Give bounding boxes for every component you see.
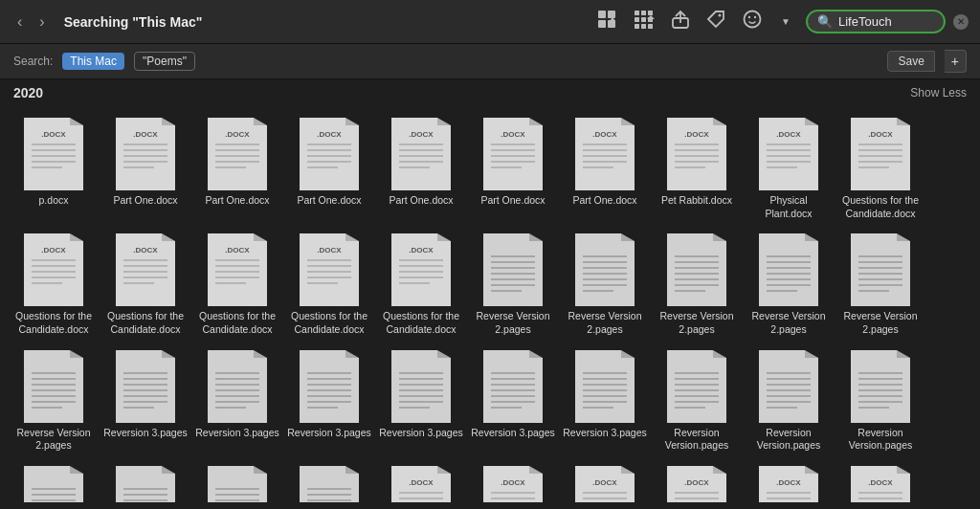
file-item[interactable]: Reverse Version 2.pages bbox=[651, 226, 743, 342]
gallery-view-icon[interactable] bbox=[597, 10, 616, 33]
svg-marker-100 bbox=[24, 233, 83, 306]
docx-icon: .DOCX bbox=[483, 466, 543, 502]
file-item[interactable]: Reversion Version.pages bbox=[191, 458, 283, 502]
docx-icon: .DOCX bbox=[391, 118, 451, 190]
file-item[interactable]: Reversion 3.pages bbox=[375, 343, 467, 458]
file-item[interactable]: Reversion Version.pages bbox=[8, 458, 100, 502]
file-item[interactable]: Reversion Version.pages bbox=[743, 343, 835, 458]
file-item[interactable]: .DOCX Part One.docx bbox=[283, 110, 375, 226]
svg-text:.DOCX: .DOCX bbox=[317, 246, 342, 254]
file-item[interactable]: .DOCX Shame.docx bbox=[559, 458, 651, 502]
save-button[interactable]: Save bbox=[887, 51, 934, 72]
svg-marker-231 bbox=[529, 350, 543, 358]
search-icon: 🔍 bbox=[817, 14, 833, 29]
file-item[interactable]: .DOCX Pet Rabbit.docx bbox=[651, 110, 743, 226]
file-item[interactable]: .DOCX Questions for the Candidate.docx bbox=[835, 110, 926, 226]
file-item[interactable]: Reversion 3.pages bbox=[191, 343, 283, 458]
file-item[interactable]: Reverse Version 2.pages bbox=[835, 226, 926, 342]
svg-marker-285 bbox=[162, 466, 175, 474]
file-item[interactable]: Reversion Version.pages bbox=[100, 458, 191, 502]
forward-button[interactable]: › bbox=[33, 11, 50, 33]
file-item[interactable]: .DOCX Questions for the Candidate.docx bbox=[8, 226, 100, 342]
file-item[interactable]: .DOCX Physical Plant.docx bbox=[743, 110, 835, 226]
file-item[interactable]: .DOCX Part One.docx bbox=[559, 110, 651, 226]
file-name: Reversion Version.pages bbox=[655, 427, 739, 453]
file-item[interactable]: .DOCX Shame.docx bbox=[743, 458, 835, 502]
svg-point-18 bbox=[748, 16, 750, 18]
file-item[interactable]: Reversion Version.pages bbox=[835, 343, 926, 458]
pages-icon bbox=[208, 466, 267, 502]
pages-icon bbox=[300, 350, 359, 423]
svg-rect-1 bbox=[608, 11, 615, 18]
docx-icon: .DOCX bbox=[575, 118, 635, 190]
svg-marker-203 bbox=[208, 350, 267, 423]
this-mac-pill[interactable]: This Mac bbox=[62, 53, 124, 70]
svg-text:.DOCX: .DOCX bbox=[684, 130, 709, 139]
docx-icon: .DOCX bbox=[759, 118, 818, 190]
add-criteria-button[interactable]: + bbox=[945, 50, 967, 73]
file-item[interactable]: Reverse Version 2.pages bbox=[743, 226, 835, 342]
tag-icon[interactable] bbox=[706, 10, 725, 33]
show-less-button[interactable]: Show Less bbox=[910, 86, 967, 100]
file-item[interactable]: Reverse Version 2.pages bbox=[467, 226, 559, 342]
file-name: Part One.docx bbox=[572, 194, 636, 208]
search-filter-row: Search: This Mac "Poems" Save + bbox=[0, 44, 980, 79]
file-item[interactable]: Reversion 3.pages bbox=[283, 343, 375, 458]
svg-marker-312 bbox=[437, 466, 451, 474]
file-item[interactable]: .DOCX Part One.docx bbox=[100, 110, 191, 226]
file-item[interactable]: Reverse Version 2.pages bbox=[559, 226, 651, 342]
file-item[interactable]: Reversion Version.pages bbox=[283, 458, 375, 502]
file-item[interactable]: .DOCX Shame.docx bbox=[835, 458, 926, 502]
svg-rect-2 bbox=[598, 20, 606, 28]
back-button[interactable]: ‹ bbox=[11, 11, 28, 33]
svg-marker-77 bbox=[713, 118, 726, 125]
svg-point-19 bbox=[754, 16, 756, 18]
file-name: Questions for the Candidate.docx bbox=[838, 194, 923, 220]
file-item[interactable]: .DOCX Questions for the Candidate.docx bbox=[283, 226, 375, 342]
file-item[interactable]: Reversion 3.pages bbox=[467, 343, 559, 458]
docx-icon: .DOCX bbox=[391, 466, 451, 502]
svg-marker-76 bbox=[667, 118, 726, 190]
poems-pill[interactable]: "Poems" bbox=[134, 52, 195, 71]
svg-marker-45 bbox=[345, 118, 359, 125]
grid-view-icon[interactable] bbox=[634, 10, 655, 33]
file-item[interactable]: Reverse Version 2.pages bbox=[8, 343, 100, 458]
pages-icon bbox=[391, 350, 451, 423]
share-icon[interactable] bbox=[672, 10, 689, 33]
file-item[interactable]: .DOCX Questions for the Candidate.docx bbox=[100, 226, 191, 342]
svg-rect-7 bbox=[648, 11, 653, 15]
titlebar: ‹ › Searching "This Mac" ▼ 🔍 ✕ bbox=[0, 0, 980, 44]
file-item[interactable]: .DOCX Part One.docx bbox=[467, 110, 559, 226]
svg-marker-85 bbox=[805, 118, 818, 125]
file-name: Reverse Version 2.pages bbox=[655, 310, 739, 336]
svg-text:.DOCX: .DOCX bbox=[317, 130, 342, 139]
file-item[interactable]: Reversion 3.pages bbox=[559, 343, 651, 458]
clear-search-button[interactable]: ✕ bbox=[953, 14, 969, 30]
svg-marker-167 bbox=[759, 233, 818, 306]
svg-marker-276 bbox=[70, 466, 83, 474]
file-item[interactable]: Reversion 3.pages bbox=[100, 343, 191, 458]
file-item[interactable]: .DOCX Shame.docx bbox=[375, 458, 467, 502]
search-bar[interactable]: 🔍 bbox=[806, 10, 946, 33]
svg-marker-328 bbox=[621, 466, 635, 474]
file-item[interactable]: .DOCX Shame.docx bbox=[651, 458, 743, 502]
svg-marker-20 bbox=[24, 118, 83, 190]
svg-marker-60 bbox=[483, 118, 543, 190]
svg-text:.DOCX: .DOCX bbox=[501, 478, 525, 487]
svg-text:.DOCX: .DOCX bbox=[409, 246, 434, 254]
file-name: Questions for the Candidate.docx bbox=[379, 310, 463, 336]
svg-marker-159 bbox=[713, 233, 726, 241]
section-header: 2020 Show Less bbox=[0, 79, 980, 106]
file-item[interactable]: .DOCX Shame.docx bbox=[467, 458, 559, 502]
file-item[interactable]: .DOCX Questions for the Candidate.docx bbox=[191, 226, 283, 342]
file-name: Reverse Version 2.pages bbox=[11, 427, 96, 453]
file-item[interactable]: .DOCX p.docx bbox=[8, 110, 100, 226]
emoji-icon[interactable] bbox=[743, 10, 762, 33]
file-item[interactable]: .DOCX Part One.docx bbox=[375, 110, 467, 226]
file-name: Reversion Version.pages bbox=[746, 427, 831, 453]
svg-marker-177 bbox=[897, 233, 910, 241]
file-item[interactable]: .DOCX Part One.docx bbox=[191, 110, 283, 226]
file-item[interactable]: .DOCX Questions for the Candidate.docx bbox=[375, 226, 467, 342]
search-input[interactable] bbox=[838, 14, 934, 29]
file-item[interactable]: Reversion Version.pages bbox=[651, 343, 743, 458]
